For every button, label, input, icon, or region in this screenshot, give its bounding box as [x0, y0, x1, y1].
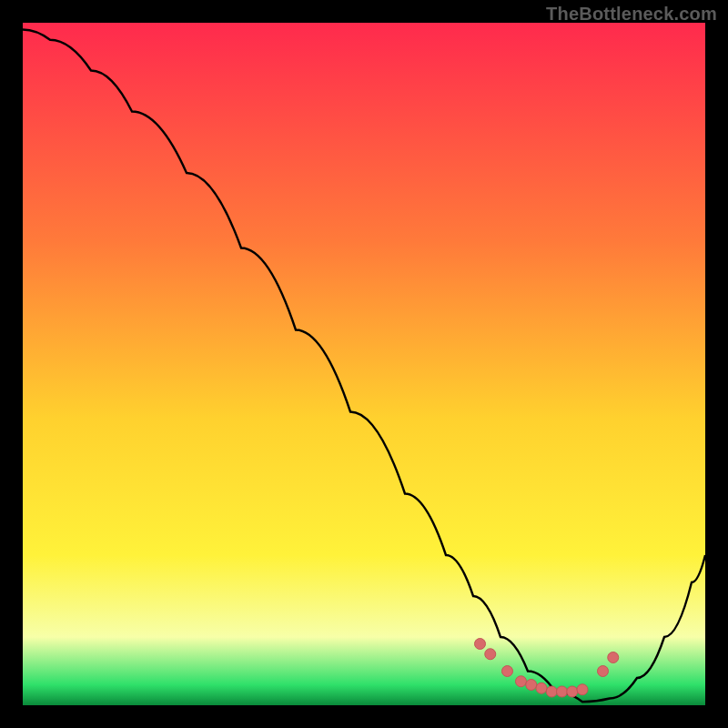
optimal-marker: [502, 666, 513, 677]
chart-background: [23, 23, 705, 705]
optimal-marker: [577, 684, 588, 695]
optimal-marker: [608, 652, 619, 663]
optimal-marker: [516, 676, 527, 687]
chart-frame: TheBottleneck.com: [0, 0, 728, 728]
bottleneck-chart: [23, 23, 705, 705]
optimal-marker: [485, 649, 496, 660]
optimal-marker: [598, 666, 609, 677]
optimal-marker: [475, 639, 486, 650]
optimal-marker: [536, 682, 547, 693]
optimal-marker: [546, 686, 557, 697]
watermark-text: TheBottleneck.com: [546, 4, 717, 25]
optimal-marker: [526, 680, 537, 691]
optimal-marker: [557, 686, 568, 697]
optimal-marker: [567, 686, 578, 697]
